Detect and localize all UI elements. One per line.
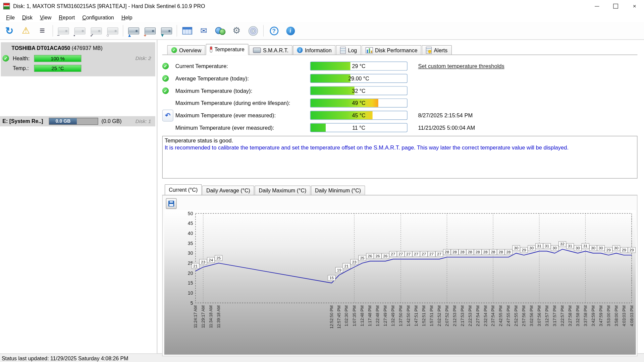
disc-button[interactable] xyxy=(245,23,261,38)
svg-text:28: 28 xyxy=(452,250,457,254)
alerts-icon xyxy=(426,47,432,54)
temperature-gauge: 49 °C xyxy=(310,99,407,108)
maximize-button[interactable] xyxy=(606,0,625,12)
capacity-bar: 0.0 GB xyxy=(49,118,98,125)
toolbar-separator xyxy=(123,25,123,37)
chart-tab-current[interactable]: Current (°C) xyxy=(165,184,202,195)
partition-list-item[interactable]: E: [System Re..] 0.0 GB (0.0 GB) Disk: 1 xyxy=(0,116,155,127)
tab-temperature[interactable]: Temperature xyxy=(206,44,249,55)
svg-text:28: 28 xyxy=(476,250,480,254)
svg-text:19: 19 xyxy=(337,268,341,272)
reset-max-temp-button[interactable]: ↶ xyxy=(162,109,173,121)
close-button[interactable]: × xyxy=(625,0,644,12)
chart-tab-daily-average[interactable]: Daily Average (°C) xyxy=(202,185,254,195)
svg-text:29: 29 xyxy=(522,248,526,252)
svg-text:3:12:57 PM: 3:12:57 PM xyxy=(545,305,549,326)
send-mail-button[interactable]: ✉ xyxy=(196,23,212,38)
svg-text:15: 15 xyxy=(329,276,334,280)
svg-text:23: 23 xyxy=(201,260,205,264)
menu-file[interactable]: File xyxy=(2,13,18,22)
disk-remove-button[interactable]: − xyxy=(55,23,71,38)
refresh-button[interactable]: ↻ xyxy=(2,23,17,38)
menu-disk[interactable]: Disk xyxy=(18,13,36,22)
menu-view[interactable]: View xyxy=(36,13,55,22)
tab-information[interactable]: iInformation xyxy=(293,45,335,55)
temperature-row: Minimum Temperature (ever measured): 11 … xyxy=(162,121,638,134)
svg-text:28: 28 xyxy=(468,250,472,254)
svg-text:30: 30 xyxy=(614,246,619,250)
temperature-gauge: 29.00 °C xyxy=(310,74,407,83)
temperature-gauge: 29 °C xyxy=(310,62,407,71)
svg-text:30: 30 xyxy=(576,246,580,250)
disk-test-button[interactable]: ✓ xyxy=(88,23,104,38)
disk-surface-test-button[interactable]: ○ xyxy=(105,23,120,38)
report-button[interactable]: ≡ xyxy=(35,23,50,38)
menu-help[interactable]: Help xyxy=(118,13,136,22)
chart-icon xyxy=(366,47,373,53)
disk-tools-button[interactable]: + xyxy=(142,23,158,38)
chart-tab-daily-maximum[interactable]: Daily Maximum (°C) xyxy=(255,185,310,195)
svg-text:29: 29 xyxy=(630,248,634,252)
panel-view-button[interactable] xyxy=(179,23,195,38)
tab-log[interactable]: Log xyxy=(336,45,361,55)
svg-text:30: 30 xyxy=(591,246,595,250)
svg-text:28: 28 xyxy=(499,250,503,254)
svg-text:1:12:48 PM: 1:12:48 PM xyxy=(360,305,365,326)
toolbar: ↻ ⚠ ≡ − • ✓ ○ ▲ + ▼ ✉ ⚙ ? i xyxy=(0,22,644,40)
temperature-gauge: 45 °C xyxy=(310,111,407,120)
status-ok-icon: ✓ xyxy=(162,75,169,82)
temp-bar: 25 °C xyxy=(34,65,82,72)
menu-configuration[interactable]: Configuration xyxy=(78,13,118,22)
health-ok-icon: ✓ xyxy=(2,55,9,62)
svg-text:10: 10 xyxy=(188,290,193,296)
network-button[interactable] xyxy=(212,23,228,38)
svg-text:1:07:35 PM: 1:07:35 PM xyxy=(352,305,357,326)
svg-text:27: 27 xyxy=(414,252,418,256)
info-button[interactable]: i xyxy=(282,23,298,38)
help-button[interactable]: ? xyxy=(266,23,282,38)
main-pane: ✓Overview Temperature S.M.A.R.T. iInform… xyxy=(157,40,644,354)
tab-disk-performance[interactable]: Disk Performance xyxy=(362,45,422,55)
set-thresholds-link[interactable]: Set custom temperature thresholds xyxy=(418,63,504,69)
svg-text:24: 24 xyxy=(209,258,213,262)
disk-acoustic-button[interactable]: ▲ xyxy=(126,23,142,38)
settings-button[interactable]: ⚙ xyxy=(229,23,245,38)
svg-text:26: 26 xyxy=(383,254,387,258)
svg-text:1:02:30 PM: 1:02:30 PM xyxy=(344,305,349,326)
restore-icon xyxy=(613,4,618,9)
svg-text:30: 30 xyxy=(599,246,603,250)
svg-text:5: 5 xyxy=(191,300,193,306)
svg-text:2:42:55 PM: 2:42:55 PM xyxy=(498,305,503,326)
svg-text:35: 35 xyxy=(188,241,193,246)
svg-text:29: 29 xyxy=(606,248,611,252)
tab-overview[interactable]: ✓Overview xyxy=(167,45,205,55)
app-icon xyxy=(3,3,10,10)
check-icon: ✓ xyxy=(171,47,177,53)
temperature-chart: 510152025303540455011:24:17 AM11:29:17 A… xyxy=(164,210,636,355)
svg-text:31: 31 xyxy=(537,244,541,248)
panel-icon xyxy=(182,27,192,35)
refresh-icon: ↻ xyxy=(5,26,14,36)
minimize-button[interactable] xyxy=(587,0,606,12)
menu-report[interactable]: Report xyxy=(55,13,78,22)
svg-text:28: 28 xyxy=(460,250,465,254)
info-icon: i xyxy=(297,47,303,53)
svg-text:23: 23 xyxy=(352,260,357,264)
status-line-1: Temperature status is good. xyxy=(165,137,635,144)
disk-schedule-button[interactable]: • xyxy=(72,23,88,38)
svg-text:25: 25 xyxy=(360,256,365,260)
disk-manage-button[interactable]: ▼ xyxy=(159,23,174,38)
disk-list-item[interactable]: TOSHIBA DT01ACA050 (476937 MB) ✓ Health:… xyxy=(1,42,155,76)
svg-text:30: 30 xyxy=(188,250,193,256)
alarm-warning-button[interactable]: ⚠ xyxy=(18,23,34,38)
tab-smart[interactable]: S.M.A.R.T. xyxy=(249,45,292,55)
tab-alerts[interactable]: Alerts xyxy=(422,45,451,55)
svg-text:21: 21 xyxy=(193,264,198,268)
thermometer-icon xyxy=(210,46,212,52)
save-chart-button[interactable] xyxy=(166,198,177,209)
svg-text:1:52:51 PM: 1:52:51 PM xyxy=(422,305,426,326)
chart-tab-daily-minimum[interactable]: Daily Minimum (°C) xyxy=(311,185,365,195)
temp-label: Temp.: xyxy=(13,65,33,71)
svg-text:15: 15 xyxy=(188,280,193,286)
disk-number-badge: Disk: 2 xyxy=(136,55,151,61)
